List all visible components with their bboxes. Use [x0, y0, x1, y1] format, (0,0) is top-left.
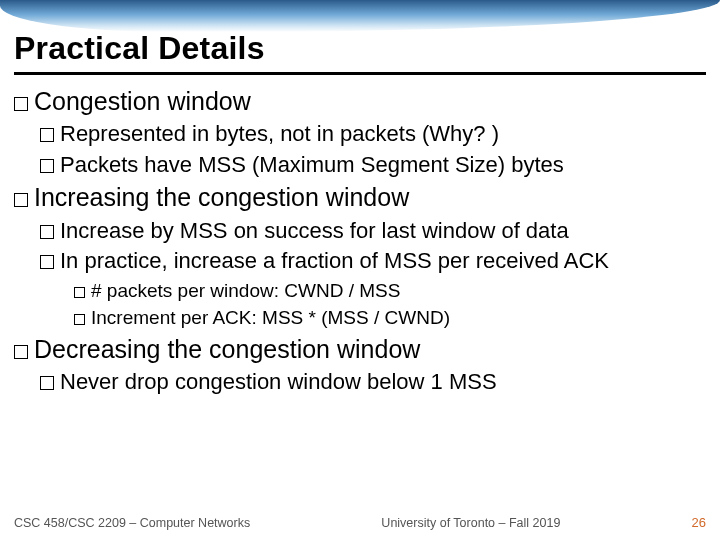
list-item-text: In practice, increase a fraction of MSS … — [60, 248, 609, 273]
bullet-icon — [74, 314, 85, 325]
sub-list-item-text: Increment per ACK: MSS * (MSS / CWND) — [91, 307, 450, 328]
list-item: Packets have MSS (Maximum Segment Size) … — [40, 151, 706, 179]
list-item-text: Represented in bytes, not in packets (Wh… — [60, 121, 499, 146]
list-item-text: Increase by MSS on success for last wind… — [60, 218, 569, 243]
list-item-text: Packets have MSS (Maximum Segment Size) … — [60, 152, 564, 177]
bullet-icon — [40, 128, 54, 142]
list-item-text: Never drop congestion window below 1 MSS — [60, 369, 497, 394]
section-heading: Increasing the congestion window — [14, 182, 706, 213]
section-heading-text: Decreasing the congestion window — [34, 335, 420, 363]
section-heading-text: Congestion window — [34, 87, 251, 115]
slide-footer: CSC 458/CSC 2209 – Computer Networks Uni… — [14, 515, 706, 530]
slide-header-banner — [0, 0, 720, 32]
bullet-icon — [14, 97, 28, 111]
footer-left: CSC 458/CSC 2209 – Computer Networks — [14, 516, 250, 530]
page-number: 26 — [692, 515, 706, 530]
list-item: Increase by MSS on success for last wind… — [40, 217, 706, 245]
sub-list-item-text: # packets per window: CWND / MSS — [91, 280, 400, 301]
title-underline — [14, 72, 706, 75]
section-heading: Decreasing the congestion window — [14, 334, 706, 365]
list-item: Never drop congestion window below 1 MSS — [40, 368, 706, 396]
section-heading-text: Increasing the congestion window — [34, 183, 409, 211]
slide-content: Congestion window Represented in bytes, … — [14, 82, 706, 396]
slide-title: Practical Details — [14, 30, 265, 67]
bullet-icon — [74, 287, 85, 298]
list-item: In practice, increase a fraction of MSS … — [40, 247, 706, 275]
bullet-icon — [40, 255, 54, 269]
footer-center: University of Toronto – Fall 2019 — [381, 516, 560, 530]
bullet-icon — [14, 193, 28, 207]
bullet-icon — [40, 376, 54, 390]
sub-list-item: Increment per ACK: MSS * (MSS / CWND) — [74, 306, 706, 330]
sub-list-item: # packets per window: CWND / MSS — [74, 279, 706, 303]
bullet-icon — [14, 345, 28, 359]
list-item: Represented in bytes, not in packets (Wh… — [40, 120, 706, 148]
bullet-icon — [40, 225, 54, 239]
bullet-icon — [40, 159, 54, 173]
section-heading: Congestion window — [14, 86, 706, 117]
